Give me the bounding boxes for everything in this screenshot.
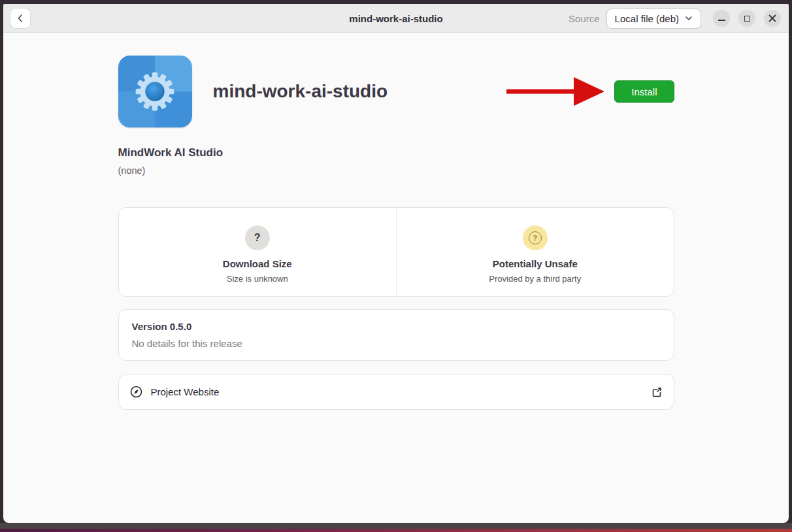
back-button[interactable] <box>10 8 31 29</box>
tile-caption: Provided by a third party <box>489 274 581 284</box>
external-link-icon <box>651 386 663 398</box>
version-subtitle: No details for this release <box>132 338 661 349</box>
chevron-down-icon <box>685 16 693 21</box>
headerbar: mind-work-ai-studio Source Local file (d… <box>3 4 789 33</box>
header-right-controls: Source Local file (deb) <box>569 4 781 33</box>
desktop-wallpaper <box>0 529 792 532</box>
app-header: mind-work-ai-studio Install <box>118 56 674 127</box>
project-website-label: Project Website <box>151 386 220 397</box>
safety-tile[interactable]: ? Potentially Unsafe Provided by a third… <box>396 208 674 296</box>
download-size-tile[interactable]: ? Download Size Size is unknown <box>119 208 397 296</box>
circled-question-icon: ? <box>523 225 548 250</box>
maximize-icon <box>744 16 750 22</box>
app-icon <box>118 56 192 127</box>
context-tiles-card: ? Download Size Size is unknown ? Potent… <box>118 207 674 297</box>
source-label: Source <box>569 13 600 24</box>
source-dropdown-value: Local file (deb) <box>615 13 679 24</box>
app-display-name: MindWork AI Studio <box>118 146 674 159</box>
window-buttons <box>713 10 781 27</box>
app-developer: (none) <box>118 165 674 176</box>
source-dropdown[interactable]: Local file (deb) <box>606 8 701 29</box>
desktop-shadow <box>0 523 792 529</box>
software-window: mind-work-ai-studio Source Local file (d… <box>3 4 789 523</box>
install-button[interactable]: Install <box>614 80 674 103</box>
version-card: Version 0.5.0 No details for this releas… <box>118 309 674 361</box>
question-icon: ? <box>245 225 270 250</box>
back-icon <box>15 13 25 24</box>
minimize-icon <box>718 20 725 21</box>
install-area: Install <box>506 77 674 106</box>
content-area: mind-work-ai-studio Install MindWork AI … <box>3 33 789 523</box>
version-title: Version 0.5.0 <box>132 321 661 332</box>
minimize-button[interactable] <box>713 10 730 27</box>
close-button[interactable] <box>764 10 781 27</box>
tile-title: Download Size <box>223 258 292 269</box>
tile-caption: Size is unknown <box>227 274 288 284</box>
project-website-row[interactable]: Project Website <box>118 374 674 410</box>
tile-title: Potentially Unsafe <box>493 258 578 269</box>
maximize-button[interactable] <box>738 10 755 27</box>
gear-icon <box>127 64 182 119</box>
annotation-arrow-icon <box>506 77 604 106</box>
app-title: mind-work-ai-studio <box>213 81 388 102</box>
compass-icon <box>130 386 142 398</box>
